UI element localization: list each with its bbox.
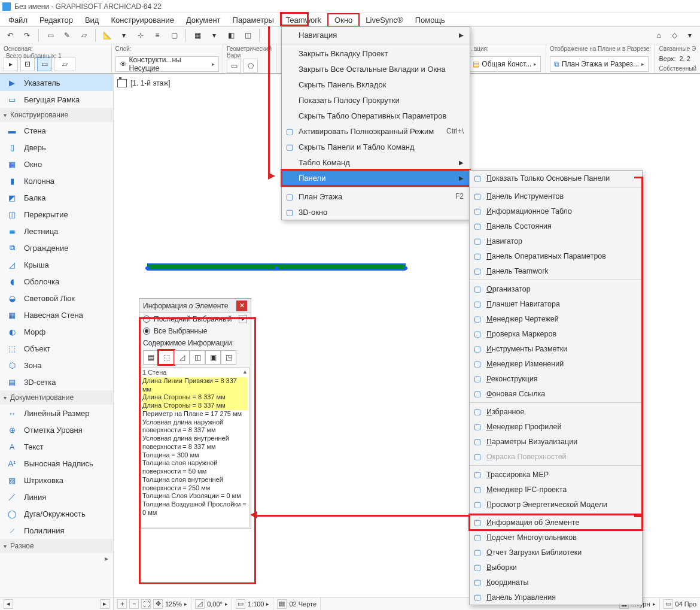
zoom-fit-icon[interactable]: ⛶ [141, 599, 151, 609]
submenu-item[interactable]: ▢Трассировка MEP [470, 467, 642, 482]
tool-8[interactable]: ◿Крыша [0, 256, 113, 273]
toolbox-section-design[interactable]: ▾Конструирование [0, 108, 113, 122]
submenu-item[interactable]: ▢Информационное Табло [470, 204, 642, 218]
menu-livesync®[interactable]: LiveSync® [360, 14, 409, 26]
menu-item[interactable]: Скрыть Панель Вкладок [282, 77, 470, 92]
tool-marquee[interactable]: ▭Бегущая Рамка [0, 91, 113, 108]
expand-icon[interactable]: ▸ [239, 315, 247, 323]
close-icon[interactable]: ✕ [236, 301, 247, 311]
geom-rect-icon[interactable]: ▭ [227, 59, 241, 73]
scroll-up-icon[interactable]: ▲ [242, 369, 248, 375]
submenu-item[interactable]: ▢Отчет Загрузки Библиотеки [470, 545, 642, 560]
menu-item[interactable]: Навигация▶ [282, 27, 470, 43]
element-info-header[interactable]: Информация о Элементе ✕ [139, 299, 251, 313]
select-icon[interactable]: ▭ [44, 29, 57, 42]
tool-13[interactable]: ⬚Объект [0, 340, 113, 357]
angle-icon[interactable]: ◿ [195, 599, 205, 609]
tool-9[interactable]: ◖Оболочка [0, 273, 113, 290]
geom-poly-icon[interactable]: ⬠ [244, 59, 258, 73]
radio-last-selected[interactable]: Последний Выбранный ▸ [139, 313, 251, 325]
ruler-icon[interactable]: 📐 [101, 29, 114, 42]
submenu-item[interactable]: ▢Инструменты Разметки [470, 341, 642, 356]
scale-value[interactable]: 1:100 [248, 600, 264, 608]
scale-icon[interactable]: ▭ [236, 599, 245, 609]
toolbox-section-misc[interactable]: ▾Разное [0, 539, 113, 553]
tool-14[interactable]: ⬡Зона [0, 357, 113, 374]
snap-icon[interactable]: ⊹ [134, 29, 147, 42]
filter-box-icon[interactable]: ▣ [205, 350, 221, 365]
zoom-out-icon[interactable]: － [129, 599, 139, 609]
home-icon[interactable]: ⌂ [652, 29, 665, 42]
submenu-item[interactable]: ▢Выборки [470, 560, 642, 575]
submenu-item[interactable]: ▢Фоновая Ссылка [470, 386, 642, 401]
submenu-item[interactable]: ▢Организатор [470, 281, 642, 296]
tool-4[interactable]: ◩Балка [0, 189, 113, 206]
tool-doc-3[interactable]: A¹Выносная Надпись [0, 455, 113, 472]
filter-angle-icon[interactable]: ◿ [174, 350, 190, 365]
tool-10[interactable]: ◒Световой Люк [0, 290, 113, 306]
filter-misc-icon[interactable]: ◳ [221, 350, 236, 365]
menu-вид[interactable]: Вид [79, 14, 105, 26]
tool-doc-5[interactable]: ／Линия [0, 488, 113, 505]
pan-icon[interactable]: ✥ [153, 599, 163, 609]
menu-конструирование[interactable]: Конструирование [105, 14, 179, 26]
submenu-item[interactable]: ▢Проверка Маркеров [470, 326, 642, 341]
zoom-value[interactable]: 125% [165, 600, 182, 608]
submenu-item[interactable]: ▢Менеджер Изменений [470, 356, 642, 371]
submenu-item[interactable]: ▢Панель Teamwork [470, 263, 642, 278]
menu-документ[interactable]: Документ [180, 14, 227, 26]
menu-item[interactable]: ▢План ЭтажаF2 [282, 189, 470, 204]
layer-chip[interactable]: 👁 Конструкти...ны Несущие ▸ [115, 56, 220, 72]
tool-doc-1[interactable]: ⊕Отметка Уровня [0, 421, 113, 438]
submenu-item[interactable]: ▢Менеджер Чертежей [470, 311, 642, 326]
tool-7[interactable]: ⧉Ограждение [0, 239, 113, 256]
grid-icon[interactable]: ▦ [191, 29, 204, 42]
menu-окно[interactable]: Окно [327, 13, 360, 27]
submenu-item[interactable]: ▢Менеджер Профилей [470, 419, 642, 434]
chevron-left-icon[interactable]: ◂ [4, 599, 13, 609]
tool-2[interactable]: ▦Окно [0, 156, 113, 172]
loc-chip[interactable]: ▤ Общая Конст... ▸ [468, 56, 541, 72]
wand-icon[interactable]: ✎ [60, 29, 74, 42]
perspective-icon[interactable]: ◫ [241, 29, 254, 42]
wall-element[interactable] [147, 263, 406, 271]
view-value[interactable]: 02 Черте [289, 600, 316, 608]
sheet-icon[interactable]: ▭ [664, 599, 673, 609]
view-tab[interactable]: [1. 1-й этаж] [117, 79, 171, 87]
submenu-item[interactable]: ▢Планшет Навигатора [470, 296, 642, 311]
submenu-item[interactable]: ▢Панель Состояния [470, 218, 642, 233]
submenu-item[interactable]: ▢Координаты [470, 575, 642, 590]
tool-3[interactable]: ▮Колонна [0, 172, 113, 189]
submenu-item[interactable]: ▢Параметры Визуализации [470, 434, 642, 449]
menu-item[interactable]: ▢3D-окно [282, 204, 470, 220]
menu-item[interactable]: Показать Полосу Прокрутки [282, 92, 470, 108]
menu-параметры[interactable]: Параметры [227, 14, 280, 26]
toolbox-section-doc[interactable]: ▾Документирование [0, 390, 113, 405]
display-chip[interactable]: ⧉ План Этажа и Разрез... ▸ [550, 56, 649, 72]
radio-all-selected[interactable]: Все Выбранные [139, 325, 251, 337]
tool-pointer[interactable]: ▶Указатель [0, 74, 113, 91]
angle-value[interactable]: 0,00° [207, 600, 223, 608]
menu-item[interactable]: ▢Скрыть Панели и Табло Команд [282, 139, 470, 154]
submenu-item[interactable]: ▢Просмотр Энергетической Модели [470, 497, 642, 512]
tool-doc-4[interactable]: ▨Штриховка [0, 472, 113, 488]
submenu-item[interactable]: ▢Панель Управления [470, 590, 642, 605]
submenu-item[interactable]: ▢Навигатор [470, 233, 642, 248]
filter-3d-icon[interactable]: ◫ [190, 350, 205, 365]
submenu-item[interactable]: ▢Реконструкция [470, 371, 642, 386]
menu-редактор[interactable]: Редактор [34, 14, 79, 26]
menu-помощь[interactable]: Помощь [409, 14, 451, 26]
box-icon[interactable]: ▢ [168, 29, 181, 42]
menu-item[interactable]: Панели▶ [282, 170, 470, 186]
dropdown-2-icon[interactable]: ▾ [208, 29, 221, 42]
menu-item[interactable]: Скрыть Табло Оперативных Параметров [282, 108, 470, 123]
tool-1[interactable]: ▯Дверь [0, 139, 113, 156]
dropdown-1-icon[interactable]: ▾ [117, 29, 130, 42]
favorite-icon[interactable]: ◇ [668, 29, 681, 42]
view-icon[interactable]: ▤ [277, 599, 287, 609]
align-icon[interactable]: ≡ [151, 29, 164, 42]
undo-icon[interactable]: ↶ [4, 29, 17, 42]
menu-item[interactable]: ▢Активировать Полноэкранный РежимCtrl+\ [282, 123, 470, 139]
tool-6[interactable]: ≣Лестница [0, 223, 113, 239]
zoom-in-icon[interactable]: ＋ [117, 599, 127, 609]
